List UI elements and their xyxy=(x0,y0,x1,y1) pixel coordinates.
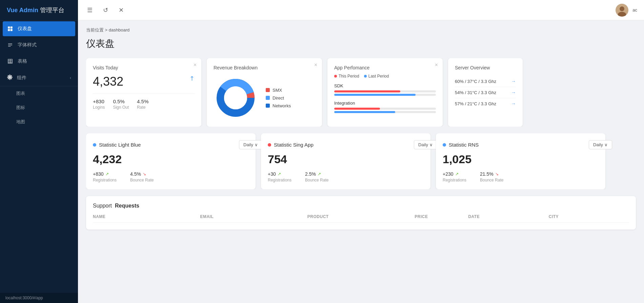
visits-stats-row: +830 Logins 0.5% Sign Out 4.5% Rate xyxy=(93,99,195,110)
logo-subtitle: 管理平台 xyxy=(40,7,64,14)
daily-button-1[interactable]: Daily ∨ xyxy=(414,140,437,149)
sidebar-item-label: 仪表盘 xyxy=(18,26,32,32)
stat-footer-1: +30 ↗ Registrations 2.5% ↗ Bounce Rate xyxy=(268,171,424,182)
refresh-icon: ↺ xyxy=(103,6,108,14)
typography-icon xyxy=(7,42,14,48)
legend-networks: Networks xyxy=(266,103,291,108)
stat-card-header-2: Statistic RNS Daily ∨ xyxy=(443,140,612,149)
this-period-dot xyxy=(334,75,337,78)
sidebar-item-table[interactable]: 表格 xyxy=(0,53,78,69)
sdk-progress-group xyxy=(334,90,436,96)
menu-toggle-button[interactable]: ☰ xyxy=(85,5,95,15)
revenue-card-title: Revenue Breakdown xyxy=(214,65,315,70)
svg-point-11 xyxy=(224,86,247,109)
table-icon xyxy=(7,58,14,65)
stat-dot-0 xyxy=(93,143,96,147)
stat-footer-0: +830 ↗ Registrations 4.5% ↘ Bounce Rate xyxy=(93,171,249,182)
sidebar-item-components[interactable]: 组件 ‹ xyxy=(0,69,78,86)
this-period-legend: This Period xyxy=(334,74,359,79)
stat-bounce-0: 4.5% ↘ Bounce Rate xyxy=(130,171,154,182)
username-label: ac xyxy=(632,7,637,13)
stat-bounce-2: 21.5% ↘ Bounce Rate xyxy=(480,171,503,182)
page-title: 仪表盘 xyxy=(86,37,636,50)
svg-rect-0 xyxy=(8,26,10,28)
chevron-down-icon: ∨ xyxy=(255,142,258,147)
stat-bounce-1: 2.5% ↗ Bounce Rate xyxy=(305,171,328,182)
app-perf-close[interactable]: × xyxy=(435,62,438,68)
refresh-button[interactable]: ↺ xyxy=(100,5,110,15)
down-arrow-icon: ↘ xyxy=(143,172,146,176)
sidebar-item-dashboard[interactable]: 仪表盘 xyxy=(3,21,75,36)
legend-smx: SMX xyxy=(266,88,291,93)
stat-dot-1 xyxy=(268,143,271,147)
chevron-icon: ‹ xyxy=(70,75,71,80)
revenue-card-body: SMX Direct Networks xyxy=(214,76,315,120)
daily-button-0[interactable]: Daily ∨ xyxy=(239,140,262,149)
revenue-breakdown-card: Revenue Breakdown × xyxy=(207,58,322,127)
integration-this-period-bar xyxy=(334,108,436,110)
close-button[interactable]: ✕ xyxy=(116,5,126,15)
bounce-val-0: 4.5% xyxy=(130,171,141,177)
logins-val: +830 xyxy=(93,99,105,104)
hamburger-icon: ☰ xyxy=(87,6,93,14)
bounce-label-2: Bounce Rate xyxy=(480,178,503,182)
server-row-text: 60% / 37°C / 3.3 Ghz xyxy=(455,79,496,84)
rate-label: Rate xyxy=(137,105,148,110)
visits-card-close[interactable]: × xyxy=(194,62,197,68)
content-area: 当前位置 > dashboard 仪表盘 Visits Today × 4,33… xyxy=(78,20,644,303)
stat-big-num-2: 1,025 xyxy=(443,153,599,166)
revenue-card-close[interactable]: × xyxy=(314,62,317,68)
sdk-label: SDK xyxy=(334,83,436,88)
sidebar-item-charts[interactable]: 图表 xyxy=(0,86,78,101)
chevron-down-icon: ∨ xyxy=(429,142,433,147)
sdk-this-fill xyxy=(334,90,400,92)
legend-direct: Direct xyxy=(266,95,291,101)
visits-stat-rate: 4.5% Rate xyxy=(137,99,148,110)
support-title-plain: Support xyxy=(93,203,112,209)
revenue-legend: SMX Direct Networks xyxy=(266,88,291,108)
main-area: ☰ ↺ ✕ ac 当前位置 > dashboard 仪表盘 xyxy=(78,0,644,303)
avatar[interactable] xyxy=(616,4,628,17)
stat-title-1: Statistic Sing App xyxy=(268,142,314,148)
server-arrow-0: → xyxy=(511,79,516,84)
server-row-0: 60% / 37°C / 3.3 Ghz → xyxy=(455,76,516,87)
sidebar-item-typography[interactable]: 字体样式 xyxy=(0,37,78,53)
visits-big-number: 4,332 xyxy=(93,74,195,89)
server-rows: 60% / 37°C / 3.3 Ghz → 54% / 31°C / 3.3 … xyxy=(455,76,516,109)
sidebar-item-icons[interactable]: 图标 xyxy=(0,101,78,115)
col-header-name: NAME xyxy=(93,214,200,219)
server-arrow-1: → xyxy=(511,90,516,95)
stat-title-2: Statistic RNS xyxy=(443,142,479,148)
stat-card-sing-app: Statistic Sing App Daily ∨ 754 +30 ↗ Reg xyxy=(261,133,430,189)
signout-val: 0.5% xyxy=(113,99,129,104)
sidebar-item-label: 字体样式 xyxy=(18,42,37,48)
integration-label: Integration xyxy=(334,101,436,106)
down-arrow-icon: ↘ xyxy=(495,172,499,176)
stat-title-0: Statistic Light Blue xyxy=(93,142,141,148)
sidebar-item-maps[interactable]: 地图 xyxy=(0,115,78,129)
app-performance-card: App Perfomance × This Period Last Period… xyxy=(327,58,443,127)
bounce-val-2: 21.5% xyxy=(480,171,494,177)
up-arrow-icon: ↗ xyxy=(278,172,281,176)
svg-rect-1 xyxy=(11,26,13,28)
reg-val-0: +830 xyxy=(93,171,104,177)
up-arrow-icon: ↗ xyxy=(455,172,459,176)
server-overview-card: Server Overview 60% / 37°C / 3.3 Ghz → 5… xyxy=(448,58,523,127)
chevron-down-icon: ∨ xyxy=(604,142,608,147)
logins-label: Logins xyxy=(93,105,105,110)
sidebar: Vue Admin 管理平台 仪表盘 字体样式 表格 xyxy=(0,0,78,303)
app-perf-title: App Perfomance xyxy=(334,65,436,70)
up-arrow-icon: ↗ xyxy=(105,172,109,176)
last-period-label: Last Period xyxy=(368,74,389,79)
support-title-bold: Requests xyxy=(115,203,139,209)
daily-button-2[interactable]: Daily ∨ xyxy=(589,140,612,149)
bounce-val-1: 2.5% xyxy=(305,171,316,177)
stat-label-1: Statistic Sing App xyxy=(274,142,314,148)
maps-label: 地图 xyxy=(16,119,25,125)
direct-label: Direct xyxy=(273,95,284,101)
bounce-label-0: Bounce Rate xyxy=(130,178,154,182)
col-header-price: PRICE xyxy=(415,214,468,219)
integration-section: Integration xyxy=(334,101,436,113)
sdk-section: SDK xyxy=(334,83,436,96)
smx-dot xyxy=(266,88,270,92)
